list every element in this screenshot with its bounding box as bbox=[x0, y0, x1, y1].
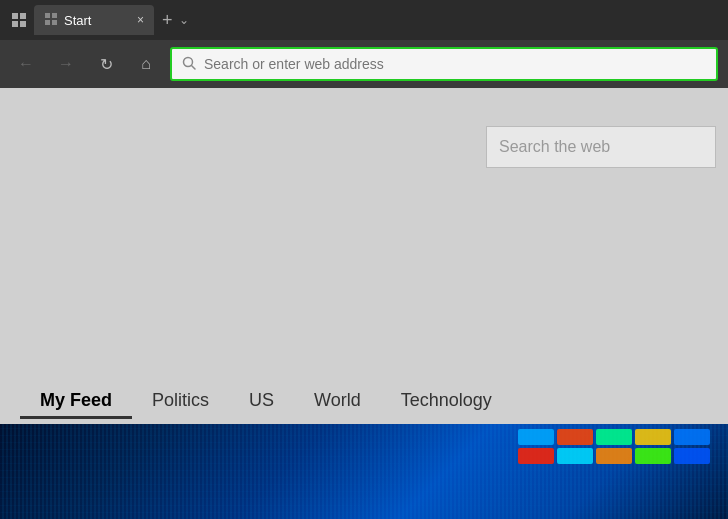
tab-app-icon bbox=[8, 9, 30, 31]
back-button[interactable]: ← bbox=[10, 48, 42, 80]
feed-nav-us[interactable]: US bbox=[229, 382, 294, 419]
feed-nav-myfeed[interactable]: My Feed bbox=[20, 382, 132, 419]
home-button[interactable]: ⌂ bbox=[130, 48, 162, 80]
address-search-icon bbox=[182, 56, 196, 73]
nav-bar: ← → ↻ ⌂ bbox=[0, 40, 728, 88]
tab-dropdown-button[interactable]: ⌄ bbox=[179, 13, 189, 27]
address-input[interactable] bbox=[204, 56, 706, 72]
svg-rect-6 bbox=[45, 20, 50, 25]
ticker-9 bbox=[635, 448, 671, 464]
tab-title: Start bbox=[64, 13, 131, 28]
search-web-box[interactable]: Search the web bbox=[486, 126, 716, 168]
svg-rect-4 bbox=[45, 13, 50, 18]
svg-rect-2 bbox=[12, 21, 18, 27]
feed-nav-politics[interactable]: Politics bbox=[132, 382, 229, 419]
feed-nav-world[interactable]: World bbox=[294, 382, 381, 419]
bottom-image-strip bbox=[0, 424, 728, 519]
ticker-3 bbox=[596, 429, 632, 445]
refresh-button[interactable]: ↻ bbox=[90, 48, 122, 80]
ticker-4 bbox=[635, 429, 671, 445]
new-tab-button[interactable]: + bbox=[162, 10, 173, 31]
feed-nav-technology[interactable]: Technology bbox=[381, 382, 512, 419]
address-bar[interactable] bbox=[170, 47, 718, 81]
tab-close-button[interactable]: × bbox=[137, 13, 144, 27]
ticker-10 bbox=[674, 448, 710, 464]
ticker-8 bbox=[596, 448, 632, 464]
browser-tab[interactable]: Start × bbox=[34, 5, 154, 35]
svg-line-9 bbox=[192, 65, 196, 69]
search-web-placeholder: Search the web bbox=[499, 138, 610, 156]
svg-rect-3 bbox=[20, 21, 26, 27]
tab-group: Start × + ⌄ bbox=[8, 5, 720, 35]
page-content: Search the web My Feed Politics US World… bbox=[0, 88, 728, 519]
svg-rect-7 bbox=[52, 20, 57, 25]
svg-rect-1 bbox=[20, 13, 26, 19]
tab-page-icon bbox=[44, 12, 58, 29]
svg-rect-5 bbox=[52, 13, 57, 18]
title-bar: Start × + ⌄ bbox=[0, 0, 728, 40]
ticker-lights bbox=[518, 429, 718, 464]
ticker-2 bbox=[557, 429, 593, 445]
ticker-5 bbox=[674, 429, 710, 445]
ticker-1 bbox=[518, 429, 554, 445]
ticker-6 bbox=[518, 448, 554, 464]
feed-nav: My Feed Politics US World Technology bbox=[0, 382, 728, 419]
ticker-7 bbox=[557, 448, 593, 464]
svg-rect-0 bbox=[12, 13, 18, 19]
forward-button[interactable]: → bbox=[50, 48, 82, 80]
